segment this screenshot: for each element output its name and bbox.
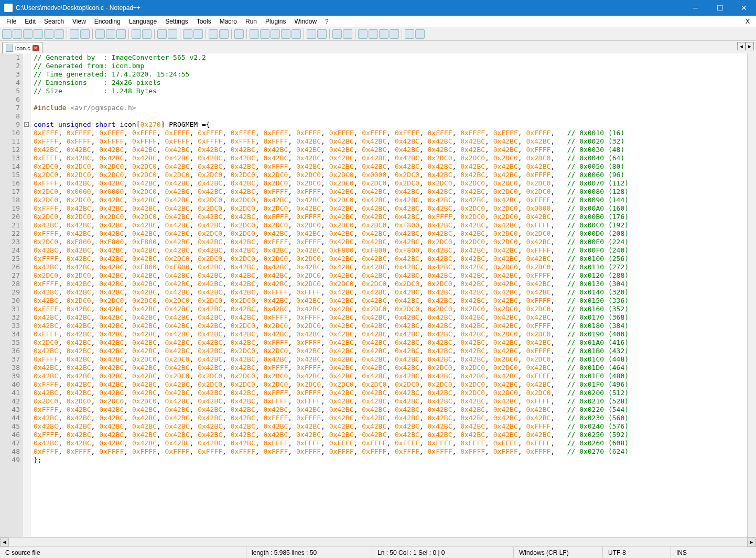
vertical-scrollbar[interactable] xyxy=(747,53,756,537)
toolbar-button[interactable] xyxy=(193,29,203,39)
menu-tools[interactable]: Tools xyxy=(192,17,215,26)
toolbar-button[interactable] xyxy=(405,29,414,39)
status-lang: C source file xyxy=(0,547,246,558)
toolbar-button[interactable] xyxy=(132,29,141,39)
minimize-button[interactable]: ─ xyxy=(684,0,708,16)
hscroll-right[interactable]: ► xyxy=(747,538,756,546)
toolbar-separator xyxy=(402,29,402,39)
hscroll-left[interactable]: ◄ xyxy=(0,538,9,546)
toolbar xyxy=(0,27,756,41)
status-ins[interactable]: INS xyxy=(671,547,756,558)
toolbar-button[interactable] xyxy=(70,29,79,39)
toolbar-button[interactable] xyxy=(44,29,53,39)
menu-close-x[interactable]: X xyxy=(741,18,754,25)
titlebar: C:\Users\medve\Desktop\icon.c - Notepad+… xyxy=(0,0,756,16)
toolbar-button[interactable] xyxy=(369,29,378,39)
toolbar-button[interactable] xyxy=(271,29,280,39)
line-gutter: 1234567891011121314151617181920212223242… xyxy=(0,53,23,537)
toolbar-button[interactable] xyxy=(23,29,33,39)
toolbar-separator xyxy=(355,29,355,39)
code-area[interactable]: // Generated by : ImageConverter 565 v2.… xyxy=(30,53,756,537)
toolbar-button[interactable] xyxy=(332,29,342,39)
close-button[interactable]: ✕ xyxy=(732,0,756,16)
toolbar-button[interactable] xyxy=(234,29,244,39)
status-pos: Ln : 50 Col : 1 Sel : 0 | 0 xyxy=(372,547,514,558)
toolbar-button[interactable] xyxy=(291,29,301,39)
tab-close-icon[interactable]: ✕ xyxy=(33,45,39,51)
toolbar-separator xyxy=(180,29,180,39)
toolbar-separator xyxy=(206,29,206,39)
status-length: length : 5.985 lines : 50 xyxy=(246,547,372,558)
menu-?[interactable]: ? xyxy=(321,17,333,26)
menu-settings[interactable]: Settings xyxy=(161,17,192,26)
toolbar-button[interactable] xyxy=(2,29,12,39)
tab-scroll-left[interactable]: ◄ xyxy=(737,42,746,50)
menu-edit[interactable]: Edit xyxy=(20,17,40,26)
hscroll-track[interactable] xyxy=(9,538,747,546)
toolbar-separator xyxy=(304,29,304,39)
app-icon xyxy=(4,4,13,12)
tabbar: icon.c ✕ ◄ ► xyxy=(0,41,756,53)
toolbar-button[interactable] xyxy=(219,29,229,39)
toolbar-button[interactable] xyxy=(95,29,105,39)
toolbar-button[interactable] xyxy=(142,29,152,39)
toolbar-button[interactable] xyxy=(260,29,269,39)
toolbar-button[interactable] xyxy=(390,29,399,39)
window-title: C:\Users\medve\Desktop\icon.c - Notepad+… xyxy=(16,4,684,12)
tab-icon-c[interactable]: icon.c ✕ xyxy=(2,42,42,53)
toolbar-button[interactable] xyxy=(55,29,64,39)
toolbar-button[interactable] xyxy=(415,29,425,39)
toolbar-button[interactable] xyxy=(168,29,177,39)
toolbar-separator xyxy=(231,29,232,39)
menu-language[interactable]: Language xyxy=(125,17,161,26)
tab-label: icon.c xyxy=(15,45,30,51)
toolbar-button[interactable] xyxy=(106,29,115,39)
menu-view[interactable]: View xyxy=(68,17,90,26)
menu-encoding[interactable]: Encoding xyxy=(90,17,125,26)
toolbar-button[interactable] xyxy=(183,29,192,39)
toolbar-button[interactable] xyxy=(13,29,22,39)
toolbar-separator xyxy=(92,29,93,39)
menu-plugins[interactable]: Plugins xyxy=(261,17,290,26)
menubar: FileEditSearchViewEncodingLanguageSettin… xyxy=(0,16,756,27)
toolbar-button[interactable] xyxy=(343,29,352,39)
statusbar: C source file length : 5.985 lines : 50 … xyxy=(0,546,756,558)
menu-search[interactable]: Search xyxy=(40,17,68,26)
toolbar-button[interactable] xyxy=(379,29,388,39)
toolbar-button[interactable] xyxy=(80,29,90,39)
maximize-button[interactable]: ☐ xyxy=(708,0,732,16)
toolbar-button[interactable] xyxy=(34,29,43,39)
file-icon xyxy=(6,45,13,52)
toolbar-separator xyxy=(67,29,67,39)
editor[interactable]: 1234567891011121314151617181920212223242… xyxy=(0,53,756,537)
fold-toggle[interactable]: - xyxy=(24,122,29,127)
toolbar-separator xyxy=(128,29,129,39)
menu-window[interactable]: Window xyxy=(290,17,321,26)
menu-macro[interactable]: Macro xyxy=(215,17,241,26)
tab-scroll-right[interactable]: ► xyxy=(746,42,754,50)
toolbar-button[interactable] xyxy=(209,29,218,39)
toolbar-button[interactable] xyxy=(281,29,290,39)
menu-file[interactable]: File xyxy=(2,17,20,26)
toolbar-separator xyxy=(154,29,155,39)
toolbar-button[interactable] xyxy=(358,29,368,39)
toolbar-button[interactable] xyxy=(157,29,167,39)
toolbar-button[interactable] xyxy=(250,29,259,39)
toolbar-button[interactable] xyxy=(307,29,316,39)
menu-run[interactable]: Run xyxy=(241,17,261,26)
toolbar-button[interactable] xyxy=(116,29,126,39)
toolbar-separator xyxy=(329,29,330,39)
status-eol[interactable]: Windows (CR LF) xyxy=(514,547,603,558)
toolbar-button[interactable] xyxy=(317,29,327,39)
horizontal-scrollbar[interactable]: ◄ ► xyxy=(0,537,756,546)
status-enc[interactable]: UTF-8 xyxy=(603,547,671,558)
fold-column: - xyxy=(23,53,30,537)
toolbar-separator xyxy=(246,29,247,39)
